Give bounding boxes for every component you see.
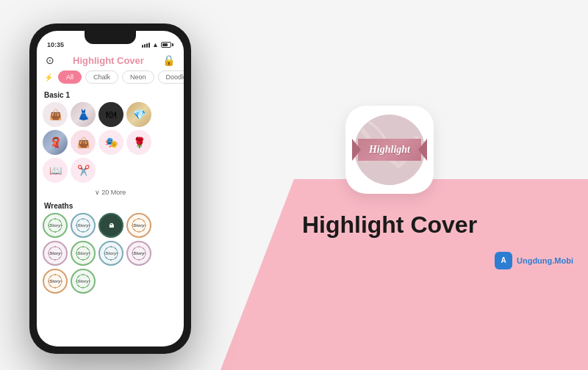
tab-neon[interactable]: Neon [122, 70, 154, 84]
list-item[interactable]: 👜 [71, 130, 96, 155]
list-item[interactable]: Story [71, 269, 96, 294]
list-item[interactable]: Story [43, 269, 68, 294]
status-time: 10:35 [47, 41, 64, 48]
filter-icon[interactable]: ⚡ [44, 73, 53, 81]
list-item[interactable]: Story [126, 213, 151, 238]
branding-area: A Ungdung.Mobi [495, 252, 573, 269]
phone-screen: 10:35 ▲ [37, 31, 184, 347]
phone-mockup: 10:35 ▲ [29, 23, 191, 354]
list-item[interactable]: 🎭 [98, 130, 123, 155]
section-wreaths-title: Wreaths [37, 199, 184, 213]
list-item[interactable]: 👜 [43, 102, 68, 127]
list-item[interactable]: 💎 [126, 102, 151, 127]
list-item[interactable]: ✂️ [71, 158, 96, 183]
brand-icon: A [495, 252, 512, 269]
list-item[interactable]: Story [43, 213, 68, 238]
list-item[interactable]: 👗 [71, 102, 96, 127]
list-item[interactable]: 📖 [43, 158, 68, 183]
nav-title: Highlight Cover [73, 55, 144, 66]
list-item[interactable]: Story [126, 241, 151, 266]
top-navigation: ⊙ Highlight Cover 🔒 [37, 51, 184, 70]
list-item[interactable]: 🏔 [98, 213, 123, 238]
list-item[interactable]: Story [43, 241, 68, 266]
shop-icon[interactable]: 🔒 [162, 54, 175, 66]
list-item[interactable]: 🧣 [43, 130, 68, 155]
phone-notch [85, 31, 136, 44]
brand-name: Ungdung.Mobi [517, 256, 573, 265]
phone-frame: 10:35 ▲ [29, 23, 191, 354]
tab-all[interactable]: All [58, 70, 82, 84]
list-item[interactable]: 🍽 [98, 102, 123, 127]
list-item[interactable]: Story [98, 241, 123, 266]
app-title: Highlight Cover [302, 211, 477, 239]
ribbon-banner: Highlight [358, 139, 421, 161]
signal-icon [142, 43, 150, 48]
list-item[interactable]: 🌹 [126, 130, 151, 155]
basic1-icon-grid: 👜 👗 🍽 💎 🧣 👜 🎭 🌹 📖 ✂️ [37, 102, 184, 183]
tab-chalk[interactable]: Chalk [85, 70, 118, 84]
status-icons: ▲ [142, 41, 173, 48]
filter-tabs-bar: ⚡ All Chalk Neon Doodle [37, 70, 184, 84]
ribbon-text: Highlight [369, 144, 410, 156]
list-item[interactable]: Story [71, 213, 96, 238]
battery-icon [161, 42, 173, 48]
wreaths-grid: Story Story 🏔 Story Story Story Story St… [37, 213, 184, 294]
wifi-icon: ▲ [152, 41, 159, 48]
tab-doodle[interactable]: Doodle [158, 70, 184, 84]
more-link[interactable]: ∨ 20 More [37, 186, 184, 199]
app-icon: Highlight [345, 106, 434, 194]
section-basic1-title: Basic 1 [37, 88, 184, 102]
right-panel: Highlight Highlight Cover A Ungdung.Mobi [191, 91, 588, 280]
app-icon-marble-bg: Highlight [354, 115, 425, 185]
settings-icon[interactable]: ⊙ [46, 54, 54, 66]
list-item[interactable]: Story [71, 241, 96, 266]
